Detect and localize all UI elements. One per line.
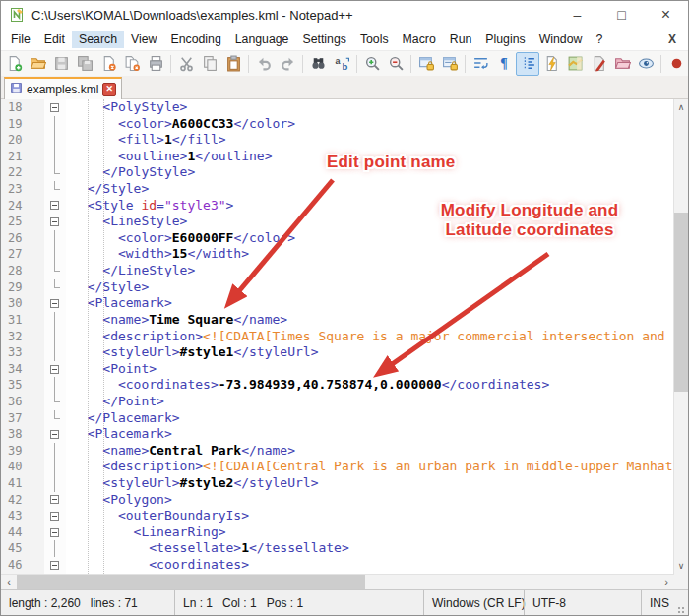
- function-list-icon[interactable]: [539, 52, 563, 76]
- zoom-in-icon[interactable]: [360, 52, 384, 76]
- horizontal-scrollbar[interactable]: ‹ ›: [1, 574, 674, 589]
- code-line-23[interactable]: 23 </Style>: [1, 181, 688, 198]
- code-line-28[interactable]: 28 </LineStyle>: [1, 263, 688, 279]
- tab-close-icon[interactable]: ✕: [102, 83, 116, 96]
- macro-record-icon[interactable]: [664, 52, 688, 76]
- scroll-up-arrow-icon[interactable]: ∧: [674, 99, 688, 115]
- code-line-29[interactable]: 29 </Style>: [1, 279, 688, 296]
- fold-collapse-icon[interactable]: [44, 426, 66, 443]
- find-icon[interactable]: [306, 52, 330, 76]
- status-encoding[interactable]: UTF-8: [524, 590, 641, 616]
- print-icon[interactable]: [144, 52, 167, 76]
- fold-collapse-icon[interactable]: [44, 557, 66, 574]
- tab-examples.kml[interactable]: examples.kml✕: [4, 77, 122, 99]
- horizontal-scroll-thumb[interactable]: [17, 575, 365, 589]
- code-area[interactable]: 18 <PolyStyle>19 <color>A600CC33</color>…: [1, 99, 688, 574]
- code-line-37[interactable]: 37 </Placemark>: [1, 410, 688, 427]
- code-line-21[interactable]: 21 <outline>1</outline>: [1, 149, 688, 165]
- word-wrap-icon[interactable]: [469, 52, 492, 76]
- code-line-30[interactable]: 30 <Placemark>: [1, 295, 688, 312]
- vertical-scroll-thumb[interactable]: [674, 213, 688, 392]
- code-line-46[interactable]: 46 <coordinates>: [1, 557, 688, 574]
- new-file-icon[interactable]: [2, 52, 26, 76]
- code-line-18[interactable]: 18 <PolyStyle>: [1, 99, 688, 116]
- menu-settings[interactable]: Settings: [295, 31, 352, 48]
- fold-collapse-icon[interactable]: [44, 361, 66, 378]
- code-line-20[interactable]: 20 <fill>1</fill>: [1, 132, 688, 149]
- monitoring-icon[interactable]: [634, 52, 658, 76]
- code-line-41[interactable]: 41 <styleUrl>#style2</styleUrl>: [1, 475, 688, 492]
- code-line-33[interactable]: 33 <styleUrl>#style1</styleUrl>: [1, 344, 688, 361]
- menu-window[interactable]: Window: [532, 31, 590, 48]
- menu-search[interactable]: Search: [72, 31, 124, 48]
- minimize-button[interactable]: –: [555, 1, 599, 29]
- code-line-42[interactable]: 42 <Polygon>: [1, 492, 688, 509]
- code-line-45[interactable]: 45 <tessellate>1</tessellate>: [1, 540, 688, 557]
- code-line-44[interactable]: 44 <LinearRing>: [1, 524, 688, 541]
- menu-encoding[interactable]: Encoding: [163, 31, 227, 48]
- show-all-characters-icon[interactable]: ¶: [492, 52, 516, 76]
- code-line-34[interactable]: 34 <Point>: [1, 361, 688, 378]
- saved-file-icon: [10, 82, 23, 97]
- fold-collapse-icon[interactable]: [44, 524, 66, 541]
- menu-file[interactable]: File: [4, 31, 37, 48]
- fold-collapse-icon[interactable]: [44, 214, 66, 230]
- code-line-32[interactable]: 32 <description><![CDATA[Times Square is…: [1, 329, 688, 345]
- cut-icon[interactable]: [174, 52, 198, 76]
- copy-icon[interactable]: [198, 52, 221, 76]
- menu-run[interactable]: Run: [443, 31, 479, 48]
- scroll-down-arrow-icon[interactable]: ∨: [674, 558, 688, 574]
- menubar-close-document-button[interactable]: X: [657, 32, 688, 46]
- close-file-icon[interactable]: [96, 52, 120, 76]
- code-line-36[interactable]: 36 </Point>: [1, 394, 688, 410]
- fold-collapse-icon[interactable]: [44, 508, 66, 524]
- code-line-26[interactable]: 26 <color>E60000FF</color>: [1, 230, 688, 247]
- code-line-43[interactable]: 43 <outerBoundaryIs>: [1, 508, 688, 524]
- open-folder-icon[interactable]: [26, 52, 49, 76]
- sync-horizontal-icon[interactable]: [438, 52, 462, 76]
- document-list-icon[interactable]: [587, 52, 610, 76]
- code-line-40[interactable]: 40 <description><![CDATA[Central Park is…: [1, 459, 688, 475]
- undo-icon[interactable]: [252, 52, 276, 76]
- code-line-22[interactable]: 22 </PolyStyle>: [1, 164, 688, 181]
- code-line-25[interactable]: 25 <LineStyle>: [1, 214, 688, 230]
- code-line-38[interactable]: 38 <Placemark>: [1, 426, 688, 443]
- sync-vertical-icon[interactable]: [414, 52, 438, 76]
- indent-guide-icon[interactable]: [516, 52, 539, 76]
- save-icon[interactable]: [49, 52, 73, 76]
- close-button[interactable]: ×: [644, 1, 688, 29]
- menu-edit[interactable]: Edit: [37, 31, 72, 48]
- menu-help[interactable]: ?: [589, 31, 609, 48]
- menu-tools[interactable]: Tools: [353, 31, 396, 48]
- replace-icon[interactable]: ab: [330, 52, 353, 76]
- close-all-icon[interactable]: [120, 52, 144, 76]
- maximize-button[interactable]: □: [599, 1, 644, 29]
- redo-icon[interactable]: [276, 52, 299, 76]
- status-insert-mode[interactable]: INS: [641, 590, 676, 616]
- scroll-right-arrow-icon[interactable]: ›: [658, 575, 674, 589]
- scroll-left-arrow-icon[interactable]: ‹: [1, 575, 17, 589]
- code-line-31[interactable]: 31 <name>Time Square</name>: [1, 312, 688, 329]
- resize-grip[interactable]: [675, 604, 685, 614]
- status-eol-format[interactable]: Windows (CR LF): [423, 590, 524, 616]
- fold-collapse-icon[interactable]: [44, 295, 66, 312]
- fold-collapse-icon[interactable]: [44, 198, 66, 215]
- code-line-24[interactable]: 24 <Style id="style3">: [1, 198, 688, 215]
- fold-collapse-icon[interactable]: [44, 492, 66, 509]
- fold-collapse-icon[interactable]: [44, 99, 66, 116]
- menu-view[interactable]: View: [124, 31, 163, 48]
- vertical-scrollbar[interactable]: ∧ ∨: [673, 99, 688, 574]
- zoom-out-icon[interactable]: [384, 52, 407, 76]
- code-line-27[interactable]: 27 <width>15</width>: [1, 246, 688, 263]
- code-line-35[interactable]: 35 <coordinates>-73.984939,40.758874,0.0…: [1, 377, 688, 394]
- menu-macro[interactable]: Macro: [396, 31, 443, 48]
- save-all-icon[interactable]: [73, 52, 96, 76]
- editor-pane[interactable]: 18 <PolyStyle>19 <color>A600CC33</color>…: [1, 99, 688, 574]
- document-map-icon[interactable]: [563, 52, 587, 76]
- folder-workspace-icon[interactable]: [610, 52, 634, 76]
- menu-plugins[interactable]: Plugins: [478, 31, 532, 48]
- code-line-39[interactable]: 39 <name>Central Park</name>: [1, 443, 688, 460]
- menu-language[interactable]: Language: [228, 31, 296, 48]
- paste-icon[interactable]: [221, 52, 245, 76]
- code-line-19[interactable]: 19 <color>A600CC33</color>: [1, 116, 688, 133]
